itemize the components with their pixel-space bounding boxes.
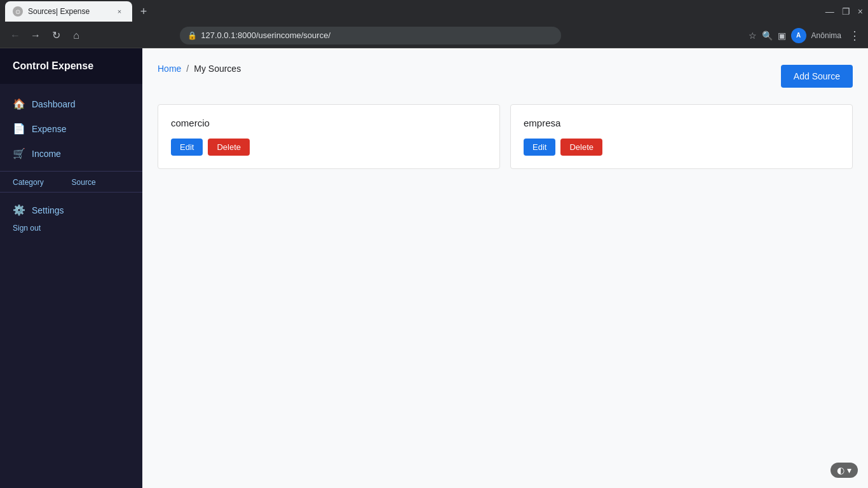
source-actions-1: Edit Delete: [171, 139, 487, 156]
edit-button-1[interactable]: Edit: [171, 139, 203, 156]
sidebar-item-income[interactable]: 🛒 Income: [0, 141, 142, 166]
back-button[interactable]: ←: [8, 28, 23, 43]
add-source-button[interactable]: Add Source: [781, 65, 853, 88]
zoom-icon[interactable]: 🔍: [762, 30, 773, 41]
tab-close-button[interactable]: ×: [114, 6, 125, 17]
browser-addressbar: ← → ↻ ⌂ 🔒 127.0.0.1:8000/userincome/sour…: [0, 23, 868, 48]
delete-button-1[interactable]: Delete: [208, 139, 250, 156]
expense-icon: 📄: [13, 123, 25, 135]
reload-button[interactable]: ↻: [48, 28, 64, 43]
source-name-1: comercio: [171, 118, 487, 128]
breadcrumb: Home / My Sources: [158, 64, 241, 74]
new-tab-button[interactable]: +: [135, 3, 153, 20]
forward-button[interactable]: →: [28, 28, 43, 43]
tab-favicon: ⊙: [13, 6, 23, 17]
sources-grid: comercio Edit Delete empresa Edit Delete: [158, 104, 853, 169]
app-title: Control Expense: [13, 60, 93, 72]
profile-button[interactable]: A: [791, 28, 806, 43]
tab-bar: ⊙ Sources| Expense × +: [5, 1, 823, 22]
sidebar-label-income: Income: [32, 149, 61, 159]
source-card-1: comercio Edit Delete: [158, 104, 500, 169]
sidebar-label-dashboard: Dashboard: [32, 99, 76, 109]
window-close-button[interactable]: ×: [858, 6, 863, 17]
sidebar: Control Expense 🏠 Dashboard 📄 Expense 🛒 …: [0, 48, 142, 488]
sidebar-label-expense: Expense: [32, 124, 66, 134]
sidebar-label-settings: Settings: [32, 205, 64, 215]
browser-toolbar-right: ☆ 🔍 ▣ A Anônima ⋮: [749, 28, 860, 43]
sidebar-header: Control Expense: [0, 48, 142, 84]
address-bar[interactable]: 🔒 127.0.0.1:8000/userincome/source/: [180, 27, 561, 44]
delete-button-2[interactable]: Delete: [560, 139, 602, 156]
sidebar-item-expense[interactable]: 📄 Expense: [0, 116, 142, 141]
sidebar-item-dashboard[interactable]: 🏠 Dashboard: [0, 92, 142, 116]
breadcrumb-home[interactable]: Home: [158, 64, 181, 74]
sidebar-item-signout[interactable]: Sign out: [0, 219, 53, 235]
home-button[interactable]: ⌂: [69, 28, 84, 43]
window-minimize-button[interactable]: —: [825, 6, 834, 17]
window-maximize-button[interactable]: ❐: [842, 6, 850, 17]
main-content: Home / My Sources Add Source comercio Ed…: [142, 48, 868, 488]
theme-toggle-button[interactable]: ◐ ▾: [831, 463, 858, 478]
tab-title: Sources| Expense: [28, 7, 109, 16]
sidebar-nav: 🏠 Dashboard 📄 Expense 🛒 Income Category …: [0, 84, 142, 240]
active-tab[interactable]: ⊙ Sources| Expense ×: [5, 1, 132, 22]
sidebar-item-category[interactable]: Category: [0, 173, 57, 189]
edit-button-2[interactable]: Edit: [524, 139, 555, 156]
browser-titlebar: ⊙ Sources| Expense × + — ❐ ×: [0, 0, 868, 23]
breadcrumb-current: My Sources: [194, 64, 241, 74]
window-controls: — ❐ ×: [825, 6, 863, 17]
dashboard-icon: 🏠: [13, 98, 25, 110]
theme-arrow: ▾: [847, 465, 851, 475]
browser-window: ⊙ Sources| Expense × + — ❐ × ← → ↻ ⌂ 🔒 1…: [0, 0, 868, 488]
sidebar-item-source[interactable]: Source: [59, 173, 109, 189]
security-icon: 🔒: [187, 31, 197, 40]
page-header: Home / My Sources Add Source: [158, 64, 853, 89]
source-name-2: empresa: [524, 118, 839, 128]
bookmark-icon[interactable]: ☆: [749, 30, 757, 41]
breadcrumb-separator: /: [186, 64, 189, 74]
profile-name: Anônima: [811, 31, 841, 40]
browser-menu-button[interactable]: ⋮: [849, 29, 860, 43]
theme-icon: ◐: [837, 465, 844, 475]
sidebar-divider-2: [0, 192, 142, 193]
income-icon: 🛒: [13, 147, 25, 159]
sidebar-divider-1: [0, 171, 142, 172]
url-text: 127.0.0.1:8000/userincome/source/: [201, 30, 553, 40]
source-card-2: empresa Edit Delete: [510, 104, 853, 169]
settings-icon: ⚙️: [13, 204, 25, 216]
split-view-icon[interactable]: ▣: [778, 30, 786, 41]
source-actions-2: Edit Delete: [524, 139, 839, 156]
app-container: Control Expense 🏠 Dashboard 📄 Expense 🛒 …: [0, 48, 868, 488]
